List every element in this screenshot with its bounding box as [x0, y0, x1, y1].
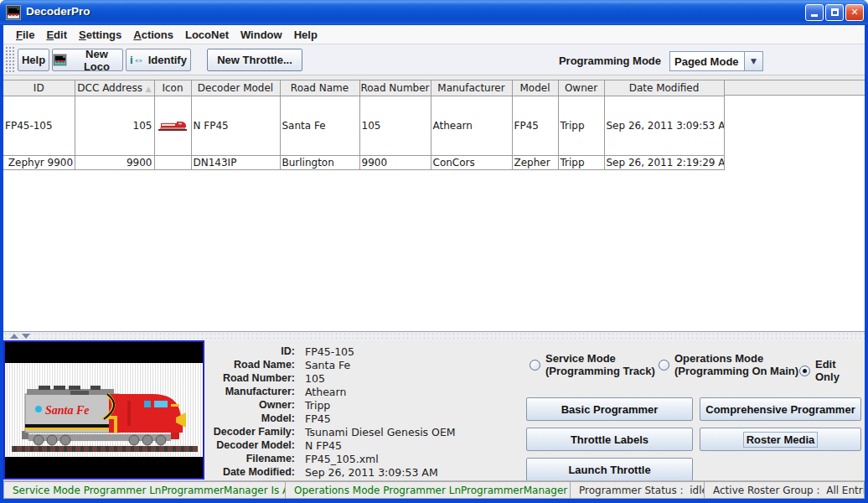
cell-decoder-model[interactable]: N FP45: [191, 96, 280, 155]
throttle-labels-button[interactable]: Throttle Labels: [526, 428, 693, 451]
col-header-dcc-address[interactable]: DCC Address ▲: [75, 80, 154, 96]
col-header-road-name[interactable]: Road Name: [280, 80, 359, 96]
radio-icon[interactable]: [659, 360, 669, 371]
close-button[interactable]: ✕: [845, 4, 864, 21]
split-pane-divider[interactable]: [3, 332, 865, 340]
cell-road-number[interactable]: 9900: [359, 155, 431, 169]
table-header-row: ID DCC Address ▲ Icon Decoder Model Road…: [3, 80, 724, 96]
table-row[interactable]: FP45-105 105 N FP45 Santa Fe 105: [3, 96, 724, 155]
toolbar-drag-handle[interactable]: [5, 46, 15, 72]
operations-mode-status: Operations Mode Programmer LnProgrammerM…: [285, 481, 570, 499]
cell-owner[interactable]: Tripp: [558, 96, 604, 155]
operations-mode-radio[interactable]: Operations Mode(Programming On Main): [659, 352, 798, 377]
col-header-id[interactable]: ID: [3, 80, 75, 96]
radio-selected-icon[interactable]: [799, 366, 810, 376]
edit-only-radio[interactable]: Edit Only: [799, 358, 863, 383]
identify-icon: i⇔: [130, 54, 144, 66]
detail-label: Road Name:: [211, 359, 295, 371]
cell-manufacturer[interactable]: Athearn: [431, 96, 512, 155]
menu-edit[interactable]: Edit: [40, 26, 73, 44]
edit-only-label: Edit Only: [815, 358, 863, 383]
menu-bar: File Edit Settings Actions LocoNet Windo…: [3, 25, 865, 44]
maximize-button[interactable]: [825, 4, 844, 21]
detail-value: Athearn: [305, 386, 346, 398]
cell-icon[interactable]: [154, 96, 191, 155]
service-mode-radio[interactable]: Service Mode(Programming Track): [530, 352, 655, 377]
roster-media-button[interactable]: Roster Media: [700, 428, 861, 451]
new-throttle-button-label: New Throttle...: [217, 54, 292, 66]
col-header-icon[interactable]: Icon: [154, 80, 191, 96]
menu-settings[interactable]: Settings: [73, 26, 127, 44]
col-header-decoder-model[interactable]: Decoder Model: [191, 80, 280, 96]
cell-date-modified[interactable]: Sep 26, 2011 3:09:53 AM: [604, 96, 724, 155]
col-header-date-modified[interactable]: Date Modified: [604, 80, 724, 96]
cell-decoder-model[interactable]: DN143IP: [191, 155, 280, 169]
detail-value: Tsunami Diesel Genesis OEM: [305, 426, 456, 438]
radio-icon[interactable]: [530, 360, 540, 371]
cell-id[interactable]: Zephyr 9900: [3, 155, 75, 169]
title-bar[interactable]: DecoderPro ✕: [0, 0, 868, 25]
close-icon: ✕: [850, 7, 858, 18]
red-locomotive-icon: [157, 120, 189, 132]
throttle-labels-label: Throttle Labels: [571, 433, 648, 446]
detail-value: FP45-105: [305, 345, 354, 358]
chevron-down-icon[interactable]: ▼: [744, 52, 762, 70]
locomotive-image: Santa Fe: [3, 340, 204, 480]
cell-dcc-address[interactable]: 105: [75, 96, 154, 155]
cell-model[interactable]: Zepher: [512, 155, 558, 169]
comprehensive-programmer-label: Comprehensive Programmer: [705, 403, 855, 416]
col-header-model[interactable]: Model: [512, 80, 558, 96]
roster-media-label: Roster Media: [743, 432, 819, 448]
help-button-label: Help: [22, 54, 45, 66]
menu-file[interactable]: File: [10, 26, 40, 44]
service-mode-status: Service Mode Programmer LnProgrammerMana…: [3, 481, 285, 499]
menu-window[interactable]: Window: [235, 26, 288, 44]
image-letterbox-top: [5, 342, 203, 363]
app-train-icon: [6, 5, 21, 20]
col-header-road-number[interactable]: Road Number: [359, 80, 431, 96]
launch-throttle-button[interactable]: Launch Throttle: [526, 458, 693, 481]
cell-manufacturer[interactable]: ConCors: [431, 155, 512, 169]
collapse-up-icon[interactable]: [10, 334, 18, 339]
basic-programmer-label: Basic Programmer: [561, 403, 659, 416]
help-button[interactable]: Help: [18, 49, 49, 71]
menu-help[interactable]: Help: [288, 26, 323, 44]
image-letterbox-bottom: [5, 457, 203, 478]
cell-model[interactable]: FP45: [512, 96, 558, 155]
cell-dcc-address[interactable]: 9900: [75, 155, 154, 169]
menu-loconet[interactable]: LocoNet: [179, 26, 235, 44]
comprehensive-programmer-button[interactable]: Comprehensive Programmer: [700, 397, 861, 421]
new-throttle-button[interactable]: New Throttle...: [207, 49, 302, 71]
sort-ascending-icon: ▲: [146, 85, 152, 93]
service-mode-label: Service Mode(Programming Track): [545, 352, 655, 377]
table-row[interactable]: Zephyr 9900 9900 DN143IP Burlington 9900…: [3, 155, 724, 169]
roster-detail-pane: Santa Fe ID:FP45-105 Road Name:Santa Fe …: [3, 340, 865, 480]
programming-mode-radios: Service Mode(Programming Track) Operatio…: [530, 345, 863, 382]
collapse-down-icon[interactable]: [22, 334, 30, 339]
status-bar: Service Mode Programmer LnProgrammerMana…: [3, 480, 865, 499]
new-loco-train-icon: [53, 54, 67, 66]
minimize-button[interactable]: [805, 4, 824, 21]
cell-road-number[interactable]: 105: [359, 96, 431, 155]
new-loco-button[interactable]: New Loco: [52, 49, 123, 71]
cell-icon[interactable]: [154, 155, 191, 169]
cell-id[interactable]: FP45-105: [3, 96, 75, 155]
new-loco-button-label: New Loco: [71, 48, 122, 73]
col-header-owner[interactable]: Owner: [558, 80, 604, 96]
cell-date-modified[interactable]: Sep 26, 2011 2:19:29 AM: [604, 155, 724, 169]
cell-road-name[interactable]: Burlington: [280, 155, 359, 169]
roster-table-panel: ID DCC Address ▲ Icon Decoder Model Road…: [3, 80, 865, 332]
col-header-manufacturer[interactable]: Manufacturer: [431, 80, 512, 96]
detail-label: Manufacturer:: [211, 386, 295, 397]
detail-value: N FP45: [305, 439, 342, 452]
menu-actions[interactable]: Actions: [127, 26, 179, 44]
launch-throttle-label: Launch Throttle: [568, 464, 650, 476]
detail-value: Santa Fe: [305, 359, 350, 371]
santa-fe-fp45-drawing: Santa Fe: [10, 366, 199, 458]
programming-mode-select[interactable]: Paged Mode ▼: [669, 51, 763, 71]
detail-label: Road Number:: [211, 372, 295, 384]
identify-button[interactable]: i⇔ Identify: [126, 49, 191, 71]
cell-owner[interactable]: Tripp: [558, 155, 604, 169]
basic-programmer-button[interactable]: Basic Programmer: [526, 397, 693, 421]
cell-road-name[interactable]: Santa Fe: [280, 96, 359, 155]
